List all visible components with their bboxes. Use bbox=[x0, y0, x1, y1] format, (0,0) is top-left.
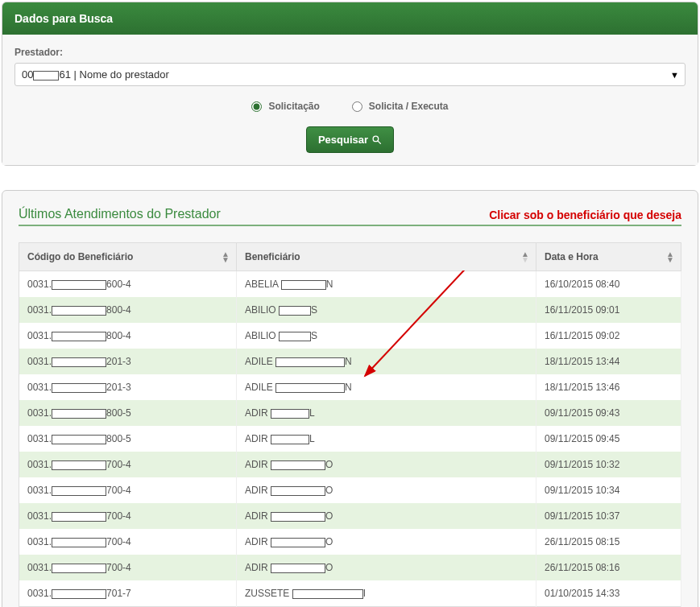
search-panel-body: Prestador: 0061 | Nome do prestador ▼ So… bbox=[2, 35, 698, 165]
pesquisar-label: Pesquisar bbox=[318, 134, 368, 146]
nome-prefix: ABELIA bbox=[245, 279, 278, 290]
results-title: Últimos Atendimentos do Prestador bbox=[19, 207, 221, 221]
results-heading-row: Últimos Atendimentos do Prestador Clicar… bbox=[19, 207, 681, 226]
cell-beneficiario: ADILE N bbox=[237, 349, 536, 374]
cell-beneficiario: ABILIO S bbox=[237, 297, 536, 323]
nome-suffix: N bbox=[345, 382, 352, 393]
redaction-box bbox=[52, 332, 106, 341]
codigo-prefix: 0031. bbox=[27, 304, 52, 316]
table-row[interactable]: 0031.800-5ADIR L09/11/2015 09:45 bbox=[19, 426, 681, 452]
pesquisar-button[interactable]: Pesquisar bbox=[306, 126, 394, 153]
redaction-box bbox=[275, 383, 345, 393]
redaction-box bbox=[52, 435, 106, 444]
codigo-prefix: 0031. bbox=[27, 356, 52, 367]
cell-data: 18/11/2015 13:44 bbox=[536, 349, 681, 374]
cell-codigo: 0031.600-4 bbox=[19, 271, 237, 298]
redaction-box bbox=[52, 512, 106, 522]
redaction-box bbox=[52, 460, 106, 470]
cell-beneficiario: ZUSSETE I bbox=[237, 580, 536, 607]
nome-suffix: O bbox=[325, 562, 333, 573]
nome-suffix: S bbox=[311, 304, 317, 316]
cell-codigo: 0031.800-5 bbox=[19, 400, 237, 426]
cell-beneficiario: ADIR L bbox=[237, 400, 536, 426]
cell-codigo: 0031.800-5 bbox=[19, 426, 237, 452]
nome-suffix: O bbox=[325, 485, 333, 496]
redaction-box bbox=[33, 71, 59, 81]
redaction-box bbox=[52, 383, 106, 393]
table-row[interactable]: 0031.701-7ZUSSETE I01/10/2015 14:33 bbox=[19, 580, 681, 607]
radio-solicita-executa[interactable]: Solicita / Executa bbox=[352, 101, 449, 112]
cell-codigo: 0031.700-4 bbox=[19, 503, 237, 529]
table-row[interactable]: 0031.700-4ADIR O09/11/2015 10:34 bbox=[19, 477, 681, 503]
cell-beneficiario: ADILE N bbox=[237, 374, 536, 400]
codigo-suffix: 700-4 bbox=[106, 485, 131, 496]
nome-prefix: ADILE bbox=[245, 356, 273, 367]
col-header-codigo[interactable]: Código do Beneficiário ▲▼ bbox=[19, 243, 237, 271]
nome-prefix: ADIR bbox=[245, 433, 268, 444]
annotation-text: Clicar sob o beneficiário que deseja bbox=[489, 209, 681, 221]
table-row[interactable]: 0031.201-3ADILE N18/11/2015 13:44 bbox=[19, 349, 681, 374]
codigo-prefix: 0031. bbox=[27, 485, 52, 496]
col-header-beneficiario[interactable]: Beneficiário ▲▼ bbox=[237, 243, 536, 271]
codigo-suffix: 800-5 bbox=[106, 407, 131, 419]
table-row[interactable]: 0031.201-3ADILE N18/11/2015 13:46 bbox=[19, 374, 681, 400]
radio-solicitacao[interactable]: Solicitação bbox=[251, 101, 319, 112]
codigo-suffix: 600-4 bbox=[106, 279, 131, 290]
codigo-suffix: 701-7 bbox=[106, 588, 131, 599]
redaction-box bbox=[52, 280, 106, 290]
cell-beneficiario: ADIR O bbox=[237, 555, 536, 580]
cell-beneficiario: ADIR O bbox=[237, 477, 536, 503]
cell-beneficiario: ADIR L bbox=[237, 426, 536, 452]
cell-codigo: 0031.701-7 bbox=[19, 580, 237, 607]
codigo-prefix: 0031. bbox=[27, 459, 52, 470]
codigo-prefix: 0031. bbox=[27, 510, 52, 522]
nome-suffix: O bbox=[325, 459, 333, 470]
cell-data: 09/11/2015 09:45 bbox=[536, 426, 681, 452]
codigo-suffix: 700-4 bbox=[106, 536, 131, 547]
cell-beneficiario: ADIR O bbox=[237, 452, 536, 477]
nome-suffix: O bbox=[325, 536, 333, 547]
cell-beneficiario: ADIR O bbox=[237, 529, 536, 555]
cell-beneficiario: ABILIO S bbox=[237, 323, 536, 349]
prestador-select-wrap: 0061 | Nome do prestador ▼ bbox=[14, 63, 686, 86]
nome-suffix: S bbox=[311, 330, 317, 341]
results-panel: Últimos Atendimentos do Prestador Clicar… bbox=[2, 190, 698, 607]
nome-prefix: ADIR bbox=[245, 459, 268, 470]
cell-data: 09/11/2015 10:32 bbox=[536, 452, 681, 477]
col-header-data[interactable]: Data e Hora ▲▼ bbox=[536, 243, 681, 271]
table-row[interactable]: 0031.800-4ABILIO S16/11/2015 09:01 bbox=[19, 297, 681, 323]
search-icon bbox=[371, 134, 382, 145]
table-row[interactable]: 0031.700-4ADIR O09/11/2015 10:37 bbox=[19, 503, 681, 529]
table-row[interactable]: 0031.700-4ADIR O26/11/2015 08:16 bbox=[19, 555, 681, 580]
redaction-box bbox=[271, 409, 309, 419]
prestador-value-prefix: 00 bbox=[22, 68, 33, 81]
search-button-row: Pesquisar bbox=[14, 126, 686, 153]
cell-data: 26/11/2015 08:16 bbox=[536, 555, 681, 580]
redaction-box bbox=[52, 306, 106, 316]
radio-solicita-executa-input[interactable] bbox=[352, 101, 362, 112]
cell-data: 26/11/2015 08:15 bbox=[536, 529, 681, 555]
table-row[interactable]: 0031.600-4ABELIA N16/10/2015 08:40 bbox=[19, 271, 681, 298]
table-row[interactable]: 0031.800-5ADIR L09/11/2015 09:43 bbox=[19, 400, 681, 426]
search-panel: Dados para Busca Prestador: 0061 | Nome … bbox=[2, 2, 698, 166]
nome-suffix: L bbox=[309, 433, 315, 444]
radio-solicitacao-input[interactable] bbox=[251, 101, 262, 112]
cell-data: 16/11/2015 09:01 bbox=[536, 297, 681, 323]
cell-beneficiario: ABELIA N bbox=[237, 271, 536, 298]
table-row[interactable]: 0031.700-4ADIR O26/11/2015 08:15 bbox=[19, 529, 681, 555]
prestador-value-suffix: 61 | Nome do prestador bbox=[59, 68, 168, 81]
cell-codigo: 0031.700-4 bbox=[19, 555, 237, 580]
sort-icon: ▲▼ bbox=[222, 251, 230, 262]
table-row[interactable]: 0031.800-4ABILIO S16/11/2015 09:02 bbox=[19, 323, 681, 349]
nome-prefix: ADIR bbox=[245, 536, 268, 547]
redaction-box bbox=[52, 589, 106, 599]
cell-codigo: 0031.700-4 bbox=[19, 477, 237, 503]
table-row[interactable]: 0031.700-4ADIR O09/11/2015 10:32 bbox=[19, 452, 681, 477]
nome-prefix: ADIR bbox=[245, 485, 268, 496]
redaction-box bbox=[292, 589, 363, 599]
cell-data: 16/10/2015 08:40 bbox=[536, 271, 681, 298]
redaction-box bbox=[271, 512, 325, 522]
nome-suffix: N bbox=[326, 279, 333, 290]
cell-codigo: 0031.700-4 bbox=[19, 452, 237, 477]
prestador-select[interactable]: 0061 | Nome do prestador bbox=[14, 63, 686, 86]
